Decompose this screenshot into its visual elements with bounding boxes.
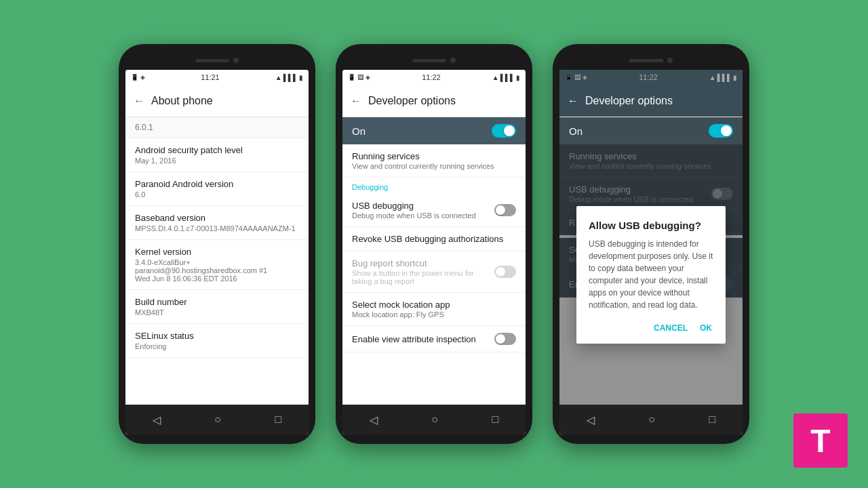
phone-3-screen: 📱 🖼 ◈ 11:22 ▲ ▌▌▌ ▮ ← Developer options … (559, 70, 743, 434)
usb-debugging-title: USB debugging (352, 201, 494, 211)
signal-icon-2: ▌▌▌ (500, 74, 515, 81)
bottom-nav-1: ◁ ○ □ (125, 405, 309, 434)
back-nav-3[interactable]: ◁ (587, 413, 595, 426)
app-bar-title-1: About phone (151, 95, 213, 107)
photo-icon-2: 🖼 (357, 74, 363, 81)
status-bar-1: 📱 ◈ 11:21 ▲ ▌▌▌ ▮ (125, 70, 309, 85)
app-bar-title-3: Developer options (585, 95, 673, 107)
phone-1-list: 6.0.1 Android security patch level May 1… (125, 117, 309, 405)
status-bar-left-1: 📱 ◈ (131, 74, 145, 81)
speaker-bar (195, 59, 229, 62)
selinux-title: SELinux status (135, 331, 299, 341)
toggle-label-2: On (352, 125, 366, 137)
phone-3-top-bar (559, 54, 743, 67)
data-icon: ◈ (140, 74, 145, 81)
dialog-overlay: Allow USB debugging? USB debugging is in… (559, 144, 743, 405)
recents-nav-3[interactable]: □ (709, 413, 716, 426)
view-attr-toggle[interactable] (494, 333, 516, 345)
sim-icon-2: 📱 (348, 74, 355, 81)
view-attr-title: Enable view attribute inspection (352, 334, 494, 344)
bottom-nav-3: ◁ ○ □ (559, 405, 743, 434)
app-bar-3: ← Developer options (559, 85, 743, 117)
back-nav-2[interactable]: ◁ (370, 413, 378, 426)
revoke-title: Revoke USB debugging authorizations (352, 234, 516, 244)
toggle-row-3[interactable]: On (559, 117, 743, 144)
app-bar-2: ← Developer options (342, 85, 526, 117)
phone-1-screen: 📱 ◈ 11:21 ▲ ▌▌▌ ▮ ← About phone 6.0.1 (125, 70, 309, 434)
mock-location-text: Select mock location app Mock location a… (352, 300, 516, 319)
build-title: Build number (135, 297, 299, 307)
toggle-switch-3[interactable] (709, 124, 733, 138)
list-item-kernel[interactable]: Kernel version 3.4.0-eXcaliBur+ paranoid… (125, 240, 309, 290)
toggle-row-2[interactable]: On (342, 117, 526, 144)
list-item-build[interactable]: Build number MXB48T (125, 290, 309, 324)
dialog-buttons: CANCEL OK (589, 321, 713, 336)
signal-icon-3: ▌▌▌ (717, 74, 732, 81)
bottom-nav-2: ◁ ○ □ (342, 405, 526, 434)
mock-location-subtitle: Mock location app: Fly GPS (352, 310, 516, 319)
list-item-baseband[interactable]: Baseband version MPSS.DI.4.0.1.c7-00013-… (125, 206, 309, 240)
usb-toggle[interactable] (494, 204, 516, 216)
revoke-row[interactable]: Revoke USB debugging authorizations (342, 227, 526, 251)
app-bar-title-2: Developer options (368, 95, 456, 107)
data-icon-3: ◈ (583, 74, 587, 81)
status-bar-left-2: 📱 🖼 ◈ (348, 74, 370, 81)
usb-debugging-subtitle: Debug mode when USB is connected (352, 211, 494, 220)
battery-icon: ▮ (299, 74, 303, 81)
back-button-1[interactable]: ← (134, 95, 144, 107)
recents-nav-1[interactable]: □ (275, 413, 282, 426)
baseband-subtitle: MPSS.DI.4.0.1.c7-00013-M8974AAAAANAZM-1 (135, 224, 299, 232)
security-title: Android security patch level (135, 145, 299, 155)
back-nav-1[interactable]: ◁ (153, 413, 161, 426)
phone-1: 📱 ◈ 11:21 ▲ ▌▌▌ ▮ ← About phone 6.0.1 (119, 44, 315, 444)
back-button-3[interactable]: ← (568, 95, 578, 107)
wifi-icon-3: ▲ (709, 74, 716, 81)
revoke-text: Revoke USB debugging authorizations (352, 234, 516, 244)
back-button-2[interactable]: ← (351, 95, 361, 107)
dialog-cancel-btn[interactable]: CANCEL (652, 321, 689, 336)
camera-dot-2 (450, 58, 456, 63)
phone-1-top-bar (125, 54, 309, 67)
view-attr-row[interactable]: Enable view attribute inspection (342, 326, 526, 352)
battery-icon-3: ▮ (733, 74, 737, 81)
status-bar-right-2: ▲ ▌▌▌ ▮ (492, 74, 520, 81)
running-services-row[interactable]: Running services View and control curren… (342, 144, 526, 178)
camera-dot-3 (667, 58, 673, 63)
dialog-title: Allow USB debugging? (589, 220, 713, 231)
list-item-selinux[interactable]: SELinux status Enforcing (125, 324, 309, 358)
recents-nav-2[interactable]: □ (492, 413, 499, 426)
signal-icon: ▌▌▌ (283, 74, 298, 81)
data-icon-2: ◈ (366, 74, 370, 81)
debugging-header: Debugging (342, 178, 526, 194)
toggle-switch-2[interactable] (492, 124, 516, 138)
phone-2-top-bar (342, 54, 526, 67)
bug-report-title: Bug report shortcut (352, 258, 494, 268)
time-2: 11:22 (422, 73, 441, 81)
status-bar-right-3: ▲ ▌▌▌ ▮ (709, 74, 737, 81)
wifi-icon-2: ▲ (492, 74, 499, 81)
dialog-ok-btn[interactable]: OK (698, 321, 713, 336)
speaker-bar-2 (412, 59, 446, 62)
usb-debugging-row[interactable]: USB debugging Debug mode when USB is con… (342, 194, 526, 227)
phone-3: 📱 🖼 ◈ 11:22 ▲ ▌▌▌ ▮ ← Developer options … (553, 44, 749, 444)
phones-container: 📱 ◈ 11:21 ▲ ▌▌▌ ▮ ← About phone 6.0.1 (119, 44, 749, 444)
security-subtitle: May 1, 2016 (135, 157, 299, 165)
mock-location-row[interactable]: Select mock location app Mock location a… (342, 293, 526, 326)
status-bar-3: 📱 🖼 ◈ 11:22 ▲ ▌▌▌ ▮ (559, 70, 743, 85)
list-item-security[interactable]: Android security patch level May 1, 2016 (125, 138, 309, 172)
running-services-title: Running services (352, 151, 516, 161)
t-logo-watermark: T (793, 413, 848, 468)
speaker-bar-3 (629, 59, 663, 62)
home-nav-1[interactable]: ○ (214, 413, 221, 426)
sim-icon-3: 📱 (565, 74, 572, 81)
home-nav-3[interactable]: ○ (648, 413, 655, 426)
sim-icon: 📱 (131, 74, 138, 81)
paranoid-subtitle: 6.0 (135, 190, 299, 199)
view-attr-text: Enable view attribute inspection (352, 334, 494, 344)
list-item-paranoid[interactable]: Paranoid Android version 6.0 (125, 172, 309, 206)
selinux-subtitle: Enforcing (135, 342, 299, 350)
home-nav-2[interactable]: ○ (431, 413, 438, 426)
usb-debugging-text: USB debugging Debug mode when USB is con… (352, 201, 494, 220)
kernel-subtitle: 3.4.0-eXcaliBur+ paranoid@90.hostingshar… (135, 258, 299, 283)
mock-location-title: Select mock location app (352, 300, 516, 310)
